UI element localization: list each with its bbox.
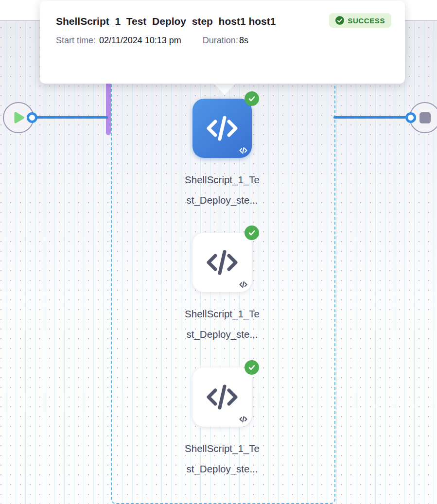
step-card[interactable] bbox=[192, 99, 252, 158]
edge-start-to-stage bbox=[31, 116, 108, 119]
start-time-label: Start time: bbox=[56, 35, 96, 46]
stop-icon bbox=[420, 112, 431, 123]
step-node-shellscript-1[interactable]: ShellScript_1_Te st_Deploy_ste... bbox=[168, 99, 276, 210]
status-badge-label: SUCCESS bbox=[348, 17, 385, 25]
code-icon-small bbox=[239, 416, 247, 423]
check-icon bbox=[248, 95, 256, 103]
check-icon bbox=[248, 229, 256, 237]
step-success-badge bbox=[245, 360, 259, 375]
play-icon bbox=[12, 111, 25, 124]
step-label-line1: ShellScript_1_Te bbox=[169, 438, 275, 459]
tooltip-step-title: ShellScript_1_Test_Deploy_step_host1 hos… bbox=[56, 11, 321, 32]
code-icon-small bbox=[239, 281, 247, 288]
duration-label: Duration: bbox=[203, 35, 238, 46]
execution-graph-canvas[interactable]: ShellScript_1_Te st_Deploy_ste... bbox=[0, 21, 437, 504]
step-details-tooltip: ShellScript_1_Test_Deploy_step_host1 hos… bbox=[40, 1, 405, 84]
status-badge: SUCCESS bbox=[329, 13, 391, 28]
tooltip-meta-row: Start time: 02/11/2024 10:13 pm Duration… bbox=[56, 35, 391, 46]
step-label: ShellScript_1_Te st_Deploy_ste... bbox=[169, 438, 275, 479]
code-icon bbox=[206, 382, 239, 412]
edge-stage-to-end bbox=[333, 116, 414, 119]
step-label-line2: st_Deploy_ste... bbox=[169, 190, 275, 210]
step-label: ShellScript_1_Te st_Deploy_ste... bbox=[169, 170, 275, 210]
code-icon bbox=[206, 114, 239, 143]
step-card[interactable] bbox=[192, 233, 252, 292]
step-label-line2: st_Deploy_ste... bbox=[169, 324, 275, 345]
check-icon bbox=[248, 364, 256, 371]
step-node-shellscript-2[interactable]: ShellScript_1_Te st_Deploy_ste... bbox=[168, 233, 276, 345]
step-node-shellscript-3[interactable]: ShellScript_1_Te st_Deploy_ste... bbox=[168, 367, 276, 479]
start-time-value: 02/11/2024 10:13 pm bbox=[99, 35, 181, 46]
connector-port-start bbox=[27, 112, 37, 123]
step-label-line1: ShellScript_1_Te bbox=[169, 304, 275, 324]
connector-port-end bbox=[405, 112, 416, 123]
check-circle-icon bbox=[335, 16, 344, 25]
duration-value: 8s bbox=[239, 35, 248, 46]
step-label-line2: st_Deploy_ste... bbox=[169, 459, 275, 479]
step-card[interactable] bbox=[192, 367, 252, 427]
code-icon bbox=[206, 248, 239, 277]
step-label: ShellScript_1_Te st_Deploy_ste... bbox=[169, 304, 275, 345]
step-success-badge bbox=[245, 91, 259, 106]
code-icon-small bbox=[239, 147, 247, 154]
step-label-line1: ShellScript_1_Te bbox=[169, 170, 275, 190]
step-success-badge bbox=[245, 226, 259, 240]
